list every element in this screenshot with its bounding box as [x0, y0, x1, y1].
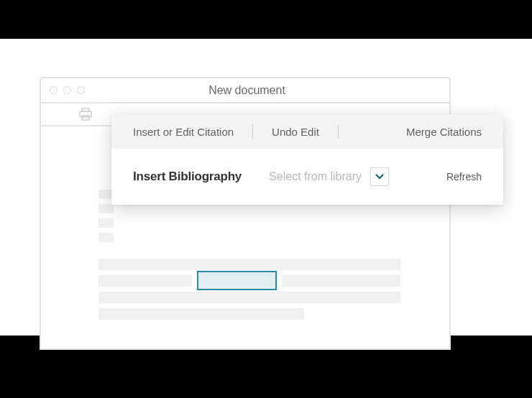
library-select-placeholder: Select from library [269, 170, 362, 183]
chevron-down-icon [375, 170, 385, 183]
library-select[interactable]: Select from library [269, 167, 389, 186]
insert-edit-citation-button[interactable]: Insert or Edit Citation [133, 126, 234, 138]
placeholder-line [98, 204, 114, 213]
merge-citations-button[interactable]: Merge Citations [406, 126, 482, 138]
document-title: New document [85, 84, 409, 97]
window-controls [41, 86, 85, 94]
undo-edit-button[interactable]: Undo Edit [272, 126, 319, 138]
placeholder-line [98, 218, 114, 228]
library-select-dropdown-button[interactable] [370, 167, 389, 186]
citation-panel: Insert or Edit Citation Undo Edit Merge … [111, 114, 503, 205]
placeholder-line [98, 292, 400, 303]
separator [252, 124, 253, 139]
text-cursor-selection[interactable] [197, 271, 277, 290]
title-bar: New document [41, 78, 449, 103]
placeholder-line [98, 259, 400, 270]
placeholder-line [282, 275, 400, 287]
insert-bibliography-button[interactable]: Insert Bibliography [133, 170, 242, 184]
placeholder-line [98, 308, 304, 320]
window-minimize-dot[interactable] [63, 86, 71, 94]
window-close-dot[interactable] [50, 86, 58, 94]
citation-panel-toolbar: Insert or Edit Citation Undo Edit Merge … [111, 114, 503, 149]
placeholder-line [98, 233, 114, 242]
refresh-button[interactable]: Refresh [446, 171, 482, 182]
citation-panel-actions: Insert Bibliography Select from library … [111, 149, 503, 205]
window-zoom-dot[interactable] [77, 86, 85, 94]
print-icon[interactable] [78, 108, 93, 121]
separator [338, 124, 339, 139]
svg-rect-2 [82, 116, 89, 120]
placeholder-line [98, 275, 192, 287]
